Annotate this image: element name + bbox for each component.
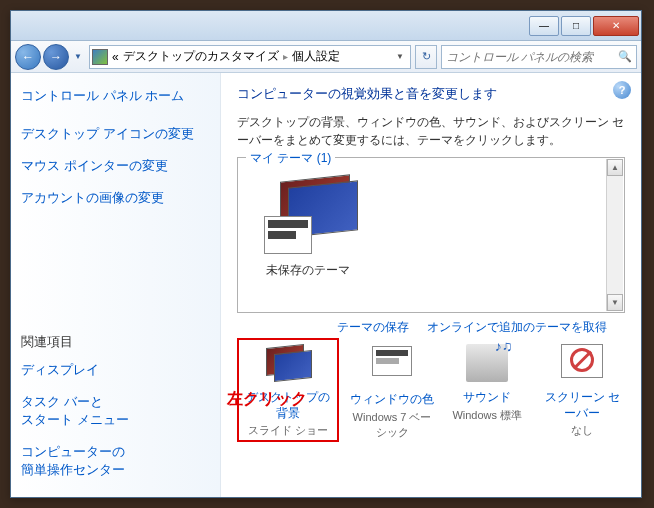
related-ease-of-access[interactable]: コンピューターの 簡単操作センター bbox=[21, 443, 210, 479]
back-button[interactable]: ← bbox=[15, 44, 41, 70]
search-box[interactable]: 🔍 bbox=[441, 45, 637, 69]
search-icon: 🔍 bbox=[618, 50, 632, 63]
annotation-left-click: 左クリック bbox=[227, 389, 307, 410]
control-panel-icon bbox=[92, 49, 108, 65]
sounds-item[interactable]: ♪♫ サウンド Windows 標準 bbox=[445, 342, 530, 442]
my-themes-group: マイ テーマ (1) 未保存のテーマ ▲ ▼ bbox=[237, 157, 625, 313]
related-taskbar[interactable]: タスク バーと スタート メニュー bbox=[21, 393, 210, 429]
navbar: ← → ▼ « デスクトップのカスタマイズ ▸ 個人設定 ▼ ↻ 🔍 bbox=[11, 41, 641, 73]
theme-name: 未保存のテーマ bbox=[248, 262, 368, 279]
address-bar[interactable]: « デスクトップのカスタマイズ ▸ 個人設定 ▼ bbox=[89, 45, 411, 69]
save-theme-link[interactable]: テーマの保存 bbox=[337, 319, 409, 336]
theme-thumbnail bbox=[260, 176, 356, 256]
breadcrumb-sep: « bbox=[112, 50, 119, 64]
item-sub: スライド ショー bbox=[241, 423, 335, 438]
minimize-button[interactable]: — bbox=[529, 16, 559, 36]
wallpaper-icon bbox=[264, 344, 312, 386]
related-display[interactable]: ディスプレイ bbox=[21, 361, 210, 379]
nav-history-chevron-icon[interactable]: ▼ bbox=[71, 44, 85, 70]
my-themes-label: マイ テーマ (1) bbox=[246, 150, 335, 167]
window-color-icon bbox=[368, 346, 416, 388]
sound-icon: ♪♫ bbox=[463, 344, 511, 386]
item-label: サウンド bbox=[445, 390, 530, 406]
breadcrumb-item[interactable]: デスクトップのカスタマイズ bbox=[123, 48, 279, 65]
screensaver-icon bbox=[558, 344, 606, 386]
sidebar-link-desktop-icons[interactable]: デスクトップ アイコンの変更 bbox=[21, 125, 210, 143]
window-color-item[interactable]: ウィンドウの色 Windows 7 ベーシック bbox=[349, 342, 434, 442]
address-dropdown-icon[interactable]: ▼ bbox=[392, 52, 408, 61]
titlebar: — □ ✕ bbox=[11, 11, 641, 41]
page-title: コンピューターの視覚効果と音を変更します bbox=[237, 85, 625, 103]
item-sub: なし bbox=[540, 423, 625, 438]
item-label: ウィンドウの色 bbox=[349, 392, 434, 408]
scroll-down-icon[interactable]: ▼ bbox=[607, 294, 623, 311]
close-button[interactable]: ✕ bbox=[593, 16, 639, 36]
maximize-button[interactable]: □ bbox=[561, 16, 591, 36]
theme-item[interactable]: 未保存のテーマ bbox=[248, 176, 368, 279]
forward-button[interactable]: → bbox=[43, 44, 69, 70]
main-panel: ? コンピューターの視覚効果と音を変更します デスクトップの背景、ウィンドウの色… bbox=[221, 73, 641, 497]
item-label: スクリーン セーバー bbox=[540, 390, 625, 421]
content-area: コントロール パネル ホーム デスクトップ アイコンの変更 マウス ポインターの… bbox=[11, 73, 641, 497]
sidebar-link-mouse-pointer[interactable]: マウス ポインターの変更 bbox=[21, 157, 210, 175]
sidebar: コントロール パネル ホーム デスクトップ アイコンの変更 マウス ポインターの… bbox=[11, 73, 221, 497]
crumb-sep-icon: ▸ bbox=[283, 51, 288, 62]
item-sub: Windows 標準 bbox=[445, 408, 530, 423]
breadcrumb-item[interactable]: 個人設定 bbox=[292, 48, 340, 65]
scroll-up-icon[interactable]: ▲ bbox=[607, 159, 623, 176]
online-themes-link[interactable]: オンラインで追加のテーマを取得 bbox=[427, 319, 607, 336]
screensaver-item[interactable]: スクリーン セーバー なし bbox=[540, 342, 625, 442]
related-heading: 関連項目 bbox=[21, 333, 210, 351]
page-description: デスクトップの背景、ウィンドウの色、サウンド、およびスクリーン セーバーをまとめ… bbox=[237, 113, 625, 149]
help-icon[interactable]: ? bbox=[613, 81, 631, 99]
refresh-button[interactable]: ↻ bbox=[415, 45, 437, 69]
sidebar-link-home[interactable]: コントロール パネル ホーム bbox=[21, 87, 210, 105]
theme-links: テーマの保存 オンラインで追加のテーマを取得 bbox=[237, 319, 625, 336]
themes-scrollbar[interactable]: ▲ ▼ bbox=[606, 159, 623, 311]
sidebar-link-account-picture[interactable]: アカウントの画像の変更 bbox=[21, 189, 210, 207]
item-sub: Windows 7 ベーシック bbox=[349, 410, 434, 440]
search-input[interactable] bbox=[446, 50, 618, 64]
control-panel-window: — □ ✕ ← → ▼ « デスクトップのカスタマイズ ▸ 個人設定 ▼ ↻ 🔍… bbox=[10, 10, 642, 498]
